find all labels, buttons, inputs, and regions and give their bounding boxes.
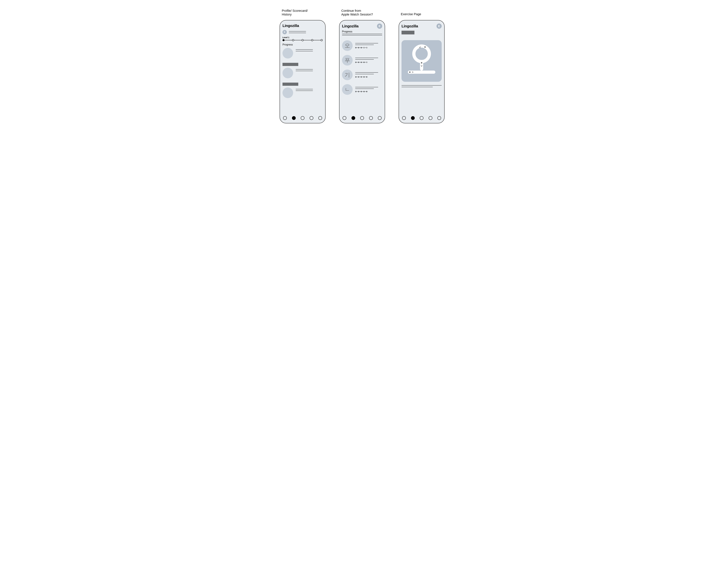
lesson-glyph-icon: 기 — [342, 69, 353, 80]
stroke-order-diagram-icon — [402, 40, 442, 82]
section-title-placeholder — [282, 83, 298, 86]
level-step-dot — [311, 39, 313, 41]
tab-dot[interactable] — [352, 116, 355, 120]
lesson-detail — [355, 72, 382, 78]
history-thumb-icon — [282, 48, 293, 59]
lesson-progress-dots — [355, 76, 382, 78]
lesson-detail — [355, 58, 382, 63]
tab-bar — [342, 116, 382, 120]
level-step-dot — [321, 39, 323, 41]
lesson-item[interactable]: 오 — [342, 40, 382, 51]
tab-dot[interactable] — [411, 116, 415, 120]
tab-dot[interactable] — [310, 116, 313, 120]
screen-profile: Lingozilla E Level 1 Progress — [280, 20, 325, 123]
caption-screen-3: Exercise Page — [401, 12, 421, 16]
brand-logo: Lingozilla — [342, 24, 358, 28]
caption-line-2: History — [282, 13, 308, 16]
tab-dot[interactable] — [343, 116, 346, 120]
lesson-progress-dots — [355, 62, 382, 63]
level-track — [282, 39, 323, 41]
practice-stroke-card[interactable] — [402, 40, 442, 82]
caption-line-1: Continue from — [341, 9, 373, 13]
profile-name-placeholder — [289, 31, 323, 33]
lesson-item[interactable]: ㄴ — [342, 84, 382, 95]
caption-line-1: Profile/ Scorecard/ — [282, 9, 308, 13]
caption-screen-2: Continue from Apple Watch Session? — [341, 9, 373, 17]
level-step-connector — [284, 40, 292, 40]
avatar-badge[interactable]: E — [282, 30, 287, 34]
lesson-item[interactable]: 푸 — [342, 55, 382, 66]
wireframe-canvas: Profile/ Scorecard/ History Continue fro… — [270, 0, 447, 125]
level-step-dot — [282, 39, 284, 41]
avatar-badge[interactable]: E — [377, 23, 382, 29]
tab-dot[interactable] — [360, 116, 364, 120]
profile-summary-row[interactable]: E — [282, 30, 323, 34]
lesson-detail — [355, 87, 382, 92]
level-step-dot — [292, 39, 294, 41]
avatar-initial: E — [284, 31, 286, 34]
avatar-initial: E — [379, 24, 380, 28]
svg-point-3 — [421, 62, 422, 64]
history-text-placeholder — [296, 68, 323, 71]
history-item[interactable] — [282, 48, 323, 59]
tab-dot[interactable] — [292, 116, 296, 120]
level-label: Level 1 — [282, 36, 323, 39]
lesson-detail — [355, 43, 382, 48]
svg-point-0 — [414, 46, 429, 62]
app-header: Lingozilla — [282, 23, 323, 28]
level-step-connector — [313, 40, 321, 40]
level-step-connector — [294, 40, 302, 40]
tab-dot[interactable] — [429, 116, 433, 120]
progress-heading: Progress — [282, 43, 323, 46]
tab-dot[interactable] — [437, 116, 441, 120]
level-progress: Level 1 — [282, 36, 323, 41]
level-step-dot — [301, 39, 303, 41]
brand-logo: Lingozilla — [402, 24, 418, 28]
subtitle-placeholder — [342, 34, 382, 36]
tab-bar — [282, 116, 323, 120]
avatar-badge[interactable]: E — [437, 23, 442, 29]
exercise-title-placeholder — [402, 31, 415, 35]
tab-dot[interactable] — [378, 116, 382, 120]
exercise-caption-placeholder — [402, 85, 442, 87]
tab-dot[interactable] — [369, 116, 373, 120]
history-text-placeholder — [296, 48, 323, 51]
lesson-progress-dots — [355, 47, 382, 48]
caption-screen-1: Profile/ Scorecard/ History — [282, 9, 308, 17]
caption-line-2: Apple Watch Session? — [341, 13, 373, 16]
lesson-progress-dots — [355, 91, 382, 92]
tab-bar — [402, 116, 442, 120]
avatar-initial: E — [438, 24, 440, 28]
level-step-connector — [303, 40, 311, 40]
lesson-glyph-icon: 오 — [342, 40, 353, 51]
history-item[interactable] — [282, 87, 323, 98]
svg-point-1 — [424, 46, 426, 48]
lesson-list: 오푸기ㄴ — [342, 40, 382, 95]
tab-dot[interactable] — [420, 116, 423, 120]
history-thumb-icon — [282, 87, 293, 98]
svg-point-5 — [409, 71, 410, 73]
app-header: Lingozilla E — [342, 23, 382, 29]
lesson-item[interactable]: 기 — [342, 69, 382, 80]
history-item[interactable] — [282, 68, 323, 78]
lesson-glyph-icon: 푸 — [342, 55, 353, 66]
brand-logo: Lingozilla — [282, 23, 299, 28]
tab-dot[interactable] — [283, 116, 287, 120]
tab-dot[interactable] — [301, 116, 304, 120]
progress-heading: Progress — [342, 30, 382, 33]
section-title-placeholder — [282, 63, 298, 66]
history-thumb-icon — [282, 68, 293, 78]
screen-exercise: Lingozilla E — [399, 20, 445, 123]
tab-dot[interactable] — [318, 116, 322, 120]
svg-rect-4 — [408, 70, 435, 74]
lesson-glyph-icon: ㄴ — [342, 84, 353, 95]
app-header: Lingozilla E — [402, 23, 442, 29]
screen-continue-session: Lingozilla E Progress 오푸기ㄴ — [339, 20, 385, 123]
tab-dot[interactable] — [402, 116, 406, 120]
history-text-placeholder — [296, 87, 323, 91]
